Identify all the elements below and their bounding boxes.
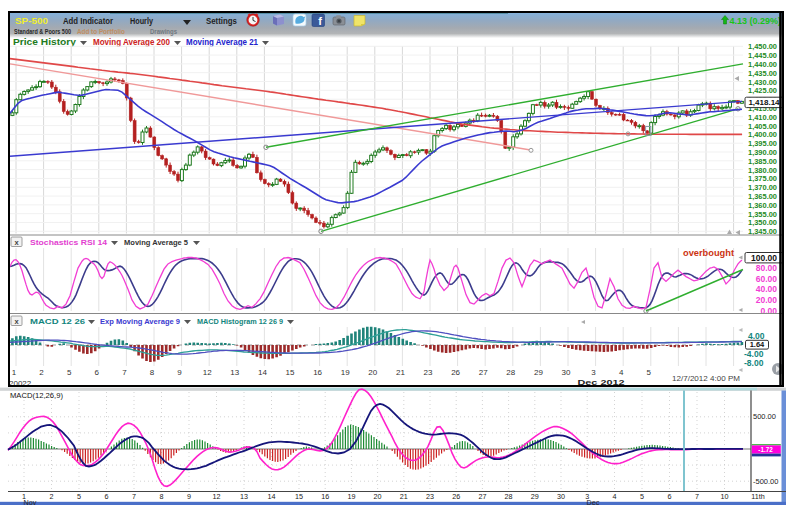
svg-text:2: 2 [50, 492, 54, 501]
svg-text:Exp Moving Average 9: Exp Moving Average 9 [100, 317, 181, 326]
svg-text:28: 28 [505, 492, 513, 501]
svg-text:4: 4 [613, 492, 617, 501]
svg-text:Stochastics RSI 14: Stochastics RSI 14 [30, 238, 108, 247]
svg-text:3: 3 [591, 368, 596, 377]
svg-text:Standard & Poors 500: Standard & Poors 500 [14, 27, 71, 36]
svg-text:-500.00: -500.00 [753, 477, 778, 486]
svg-text:29: 29 [534, 368, 543, 377]
svg-text:1,360.00: 1,360.00 [748, 201, 778, 210]
svg-text:1,450.00: 1,450.00 [748, 42, 778, 51]
svg-text:15: 15 [286, 368, 295, 377]
svg-text:1,365.00: 1,365.00 [748, 192, 778, 201]
svg-text:1,395.00: 1,395.00 [748, 139, 778, 148]
svg-text:1,430.00: 1,430.00 [748, 78, 778, 87]
svg-text:6: 6 [668, 492, 672, 501]
svg-text:-8.00: -8.00 [744, 358, 764, 368]
svg-text:4: 4 [619, 368, 624, 377]
svg-text:20.00: 20.00 [756, 295, 778, 305]
svg-text:27: 27 [478, 492, 486, 501]
svg-text:1: 1 [12, 368, 17, 377]
svg-text:2: 2 [39, 368, 44, 377]
svg-text:20: 20 [374, 492, 382, 501]
svg-text:13: 13 [230, 368, 239, 377]
svg-text:10: 10 [721, 492, 729, 501]
svg-text:1,425.00: 1,425.00 [748, 86, 778, 95]
svg-text:1,375.00: 1,375.00 [748, 174, 778, 183]
svg-text:-1.72: -1.72 [758, 446, 773, 453]
svg-text:1.64: 1.64 [750, 340, 765, 349]
svg-text:11th: 11th [751, 492, 764, 501]
svg-text:overbought: overbought [683, 248, 734, 258]
svg-text:100.00: 100.00 [751, 253, 777, 263]
svg-text:500.00: 500.00 [753, 412, 776, 421]
svg-text:1,380.00: 1,380.00 [748, 166, 778, 175]
svg-text:26: 26 [451, 368, 460, 377]
svg-text:16: 16 [313, 368, 322, 377]
svg-text:Add to Portfolio: Add to Portfolio [77, 27, 125, 36]
svg-text:21: 21 [396, 368, 405, 377]
svg-text:MACD Histogram 12 26 9: MACD Histogram 12 26 9 [197, 317, 283, 326]
svg-text:6: 6 [95, 368, 100, 377]
svg-text:12/7/2012 4:00 PM: 12/7/2012 4:00 PM [672, 374, 740, 383]
svg-text:20: 20 [368, 368, 377, 377]
svg-text:Drawings: Drawings [150, 27, 177, 36]
svg-text:f: f [318, 15, 322, 27]
svg-text:40.00: 40.00 [756, 284, 778, 294]
svg-text:Moving Average 5: Moving Average 5 [124, 238, 189, 247]
svg-text:Settings: Settings [206, 16, 237, 26]
svg-text:Nov: Nov [24, 498, 37, 507]
svg-text:Price History: Price History [13, 37, 76, 47]
svg-text:5: 5 [647, 368, 652, 377]
svg-text:Moving Average 200: Moving Average 200 [93, 37, 170, 47]
svg-text:7: 7 [695, 492, 699, 501]
svg-text:14: 14 [268, 492, 276, 501]
svg-text:1,418.14: 1,418.14 [748, 98, 780, 107]
svg-text:1,400.00: 1,400.00 [748, 130, 778, 139]
svg-text:1,385.00: 1,385.00 [748, 157, 778, 166]
svg-text:19: 19 [347, 492, 355, 501]
svg-text:6: 6 [105, 492, 109, 501]
svg-text:1,370.00: 1,370.00 [748, 183, 778, 192]
svg-text:5: 5 [77, 492, 81, 501]
svg-text:5: 5 [640, 492, 644, 501]
svg-text:23: 23 [426, 492, 434, 501]
svg-text:1,445.00: 1,445.00 [748, 51, 778, 60]
svg-text:26: 26 [452, 492, 460, 501]
svg-text:60.00: 60.00 [756, 274, 778, 284]
svg-text:9: 9 [177, 368, 182, 377]
svg-text:27: 27 [479, 368, 488, 377]
svg-text:Moving Average 21: Moving Average 21 [186, 37, 258, 47]
svg-text:19: 19 [341, 368, 350, 377]
svg-text:8: 8 [160, 492, 164, 501]
svg-text:12: 12 [213, 492, 221, 501]
svg-text:14: 14 [258, 368, 267, 377]
svg-text:5: 5 [67, 368, 72, 377]
svg-text:12: 12 [203, 368, 212, 377]
svg-text:1,390.00: 1,390.00 [748, 148, 778, 157]
svg-text:21: 21 [400, 492, 408, 501]
svg-text:23: 23 [424, 368, 433, 377]
svg-text:MACD(12,26,9): MACD(12,26,9) [10, 391, 64, 400]
svg-text:9: 9 [187, 492, 191, 501]
svg-text:80.00: 80.00 [756, 263, 778, 273]
svg-text:1,355.00: 1,355.00 [748, 210, 778, 219]
svg-text:Dec: Dec [587, 498, 600, 507]
svg-text:SP-500: SP-500 [15, 16, 48, 26]
svg-text:1,435.00: 1,435.00 [748, 69, 778, 78]
svg-text:1,410.00: 1,410.00 [748, 113, 778, 122]
svg-text:29: 29 [531, 492, 539, 501]
svg-text:7: 7 [132, 492, 136, 501]
svg-text:8: 8 [150, 368, 155, 377]
svg-text:13: 13 [240, 492, 248, 501]
svg-text:30: 30 [562, 368, 571, 377]
svg-text:7: 7 [122, 368, 127, 377]
svg-text:30: 30 [557, 492, 565, 501]
svg-text:15: 15 [295, 492, 303, 501]
svg-text:1,350.00: 1,350.00 [748, 218, 778, 227]
svg-text:4.13 (0.29%): 4.13 (0.29%) [729, 16, 781, 26]
svg-text:28: 28 [506, 368, 515, 377]
svg-text:1,405.00: 1,405.00 [748, 122, 778, 131]
svg-text:Add Indicator: Add Indicator [63, 16, 113, 26]
svg-text:MACD 12 26: MACD 12 26 [30, 317, 86, 326]
svg-text:16: 16 [321, 492, 329, 501]
